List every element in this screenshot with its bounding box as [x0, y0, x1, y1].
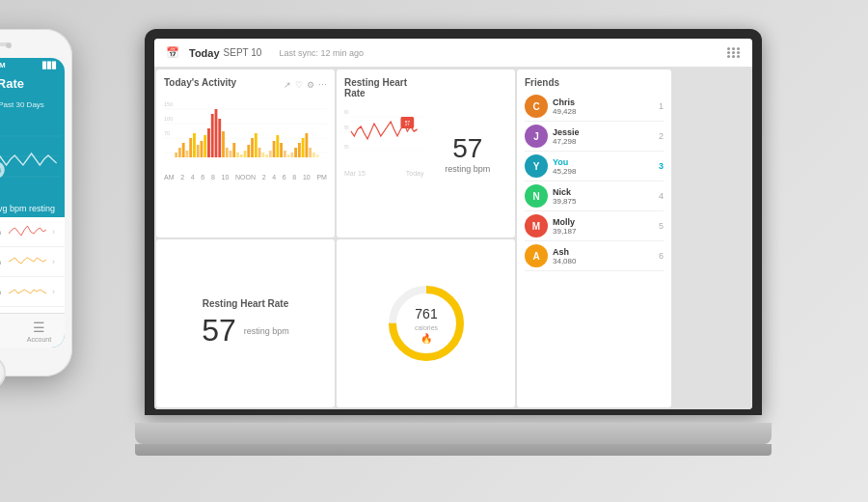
share-icon[interactable]: ↗ — [284, 80, 291, 90]
friend-item-jessie: JJessie47,2982 — [525, 122, 664, 152]
svg-rect-31 — [261, 153, 264, 157]
svg-rect-38 — [287, 154, 290, 157]
header-title: Today SEPT 10 — [189, 47, 261, 59]
svg-rect-10 — [186, 151, 189, 157]
laptop: 📅 Today SEPT 10 Last sync: 12 min ago — [135, 29, 772, 473]
resting-hr-title: Resting Heart Rate — [203, 298, 288, 309]
svg-rect-17 — [211, 114, 214, 157]
resting-hr-card: Resting Heart Rate 57 resting bpm — [156, 239, 335, 407]
phone-camera — [6, 42, 12, 48]
list-item-mon: Mon 57 resting bpm › — [0, 247, 65, 277]
svg-rect-33 — [269, 151, 272, 157]
friend-name: Molly — [553, 217, 654, 227]
svg-rect-24 — [236, 153, 239, 157]
heart-chart-section: Resting Heart Rate 60 58 55 — [344, 77, 424, 230]
activity-actions: ↗ ♡ ⚙ ⋯ — [284, 80, 327, 90]
friend-avatar: J — [525, 125, 548, 148]
svg-text:57: 57 — [405, 120, 411, 126]
svg-rect-32 — [265, 154, 268, 157]
phone-tab-bar: ⊕ Dashboard 👤 Friends ☰ Account — [0, 313, 65, 348]
svg-rect-26 — [244, 151, 247, 157]
laptop-screen: 📅 Today SEPT 10 Last sync: 12 min ago — [145, 29, 762, 415]
svg-rect-8 — [178, 148, 181, 157]
svg-rect-11 — [189, 138, 192, 157]
svg-rect-28 — [251, 138, 254, 157]
friend-item-ash: AAsh34,0806 — [525, 241, 664, 271]
grid-menu[interactable] — [727, 47, 741, 58]
friend-avatar: C — [525, 95, 548, 118]
friend-rank: 1 — [659, 101, 664, 111]
friend-steps: 47,298 — [553, 137, 654, 146]
resting-hr-label: resting bpm — [244, 326, 289, 336]
svg-text:55: 55 — [344, 143, 349, 150]
friends-list: CChris49,4281JJessie47,2982YYou45,2983NN… — [525, 92, 664, 271]
friend-info: Chris49,428 — [553, 98, 654, 116]
header-date: SEPT 10 — [224, 47, 262, 58]
svg-text:60: 60 — [344, 108, 349, 115]
friend-name: You — [553, 157, 654, 167]
resting-hr-content: 57 resting bpm — [202, 313, 289, 349]
friend-steps: 39,187 — [553, 227, 654, 236]
heart-title: Resting Heart Rate — [344, 77, 424, 98]
sync-status: Last sync: 12 min ago — [279, 48, 364, 58]
svg-rect-40 — [294, 148, 297, 157]
heart-start-date: Mar 15 — [344, 170, 366, 177]
today-mini-chart — [9, 222, 46, 241]
friend-item-nick: NNick39,8754 — [525, 181, 664, 211]
heart-chart: 60 58 55 57 Mar 15 Tod — [344, 102, 424, 175]
phone: ●●●●○ 9:41 AM ▊▊▊ ‹ Heart Rate Resting H… — [0, 29, 72, 396]
phone-home-button[interactable] — [0, 355, 6, 390]
friend-steps: 39,875 — [553, 197, 654, 206]
calendar-icon: 📅 — [166, 46, 179, 59]
friend-rank: 3 — [659, 161, 664, 171]
friend-avatar: A — [525, 244, 548, 267]
svg-text:🔥: 🔥 — [420, 332, 433, 345]
svg-rect-14 — [201, 141, 203, 157]
calories-card: 761 calories 🔥 — [337, 239, 515, 407]
friend-item-chris: CChris49,4281 — [525, 92, 664, 122]
svg-rect-18 — [215, 109, 218, 157]
activity-card: Today's Activity ↗ ♡ ⚙ ⋯ — [156, 70, 335, 237]
heart-icon[interactable]: ♡ — [295, 80, 303, 90]
friend-info: Ash34,080 — [553, 247, 654, 265]
svg-rect-44 — [309, 148, 312, 157]
svg-text:150: 150 — [164, 101, 173, 107]
activity-chart: 150 100 70 — [164, 95, 327, 172]
friend-name: Ash — [553, 247, 654, 257]
svg-rect-16 — [207, 128, 210, 157]
friend-steps: 49,428 — [553, 107, 654, 116]
phone-header: ‹ Heart Rate — [0, 72, 65, 97]
heart-rate-card: Resting Heart Rate 60 58 55 — [337, 70, 515, 237]
svg-rect-25 — [240, 154, 243, 157]
heart-value: 57 — [452, 133, 482, 164]
svg-rect-34 — [273, 141, 276, 157]
laptop-foot — [135, 444, 772, 456]
svg-rect-45 — [312, 153, 315, 157]
friend-avatar: Y — [525, 154, 548, 178]
tab-account[interactable]: ☰ Account — [14, 314, 65, 348]
friend-item-you: YYou45,2983 — [525, 152, 664, 181]
more-icon[interactable]: ⋯ — [318, 80, 327, 90]
phone-sub-title: Resting Heart Rate Past 30 Days — [0, 100, 44, 109]
friends-card: Friends CChris49,4281JJessie47,2982YYou4… — [517, 70, 671, 407]
tab-account-label: Account — [27, 336, 51, 343]
svg-rect-12 — [193, 133, 196, 157]
svg-text:70: 70 — [164, 130, 170, 136]
svg-rect-19 — [218, 119, 221, 157]
heart-label: resting bpm — [445, 164, 490, 174]
svg-rect-35 — [276, 135, 279, 157]
friend-name: Chris — [553, 98, 654, 107]
phone-status-bar: ●●●●○ 9:41 AM ▊▊▊ — [0, 58, 65, 72]
svg-text:58: 58 — [344, 124, 349, 130]
tab-friends[interactable]: 👤 Friends — [0, 314, 14, 348]
svg-text:100: 100 — [164, 116, 173, 122]
this-week-value: 57 avg bpm resting — [0, 204, 55, 213]
svg-text:calories: calories — [414, 324, 438, 331]
activity-title: Today's Activity — [164, 77, 236, 88]
laptop-base — [135, 423, 772, 444]
settings-icon[interactable]: ⚙ — [307, 80, 314, 90]
friend-info: Molly39,187 — [553, 217, 654, 236]
svg-rect-46 — [316, 154, 319, 157]
friend-info: Nick39,875 — [553, 187, 654, 206]
friend-info: Jessie47,298 — [553, 127, 654, 146]
